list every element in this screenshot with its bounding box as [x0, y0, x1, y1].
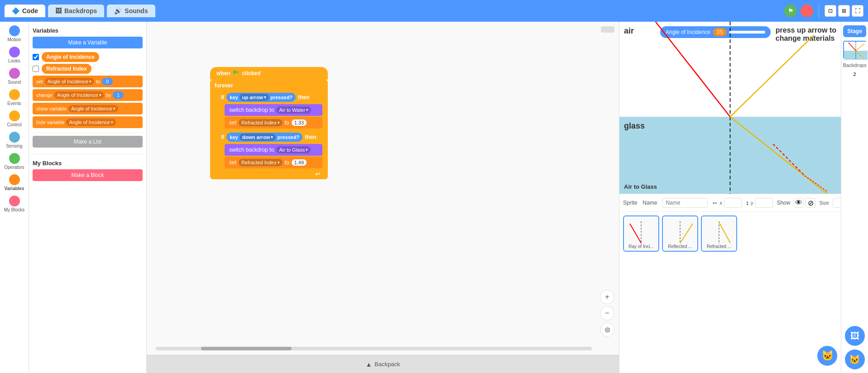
sprite-name-input[interactable] [662, 198, 708, 208]
events-dot [9, 89, 20, 100]
motion-dot [9, 25, 20, 36]
x-coord-group: ↔ x [711, 198, 742, 208]
set-val[interactable]: 0 [102, 78, 113, 85]
tab-code[interactable]: 🔷 Code [5, 5, 45, 17]
sidebar-item-looks[interactable]: Looks [1, 45, 28, 65]
hide-var-label: hide variable [36, 120, 64, 125]
control-dot [9, 110, 20, 121]
set-dropdown[interactable]: Angle of Incidence ▾ [45, 78, 95, 85]
add-sprite-btn-right[interactable]: 🐱 [845, 349, 865, 369]
when-flag-clicked-block[interactable]: when clicked [210, 67, 328, 80]
divider1 [33, 133, 143, 133]
make-variable-btn[interactable]: Make a Variable [33, 37, 143, 48]
script-area[interactable]: when clicked forever if key [147, 22, 619, 373]
sidebar-item-sensing[interactable]: Sensing [1, 130, 28, 150]
show-var-label: show variable [36, 106, 67, 111]
make-block-btn[interactable]: Make a Block [33, 169, 143, 181]
add-sprite-btn[interactable]: 🐱 [817, 346, 837, 366]
refracted-index-dropdown-133[interactable]: Refracted Index ▾ [239, 119, 283, 126]
up-arrow-dropdown[interactable]: up arrow ▾ [240, 94, 269, 101]
y-coord-label: y [751, 200, 753, 206]
down-arrow-dropdown[interactable]: down arrow ▾ [240, 134, 276, 141]
green-flag-btn[interactable]: ⚑ [784, 5, 797, 17]
stage-tab[interactable]: Stage [843, 25, 866, 37]
top-bar-right: ⚑ ⊡ ⊞ ⛶ [784, 4, 863, 18]
scripts-stack: when clicked forever if key [210, 67, 328, 179]
change-val[interactable]: 1 [113, 91, 124, 99]
change-dropdown[interactable]: Angle of Incidence ▾ [54, 91, 104, 99]
sprite-thumb-refracted[interactable]: Refracted ... [701, 215, 737, 252]
air-to-water-dropdown[interactable]: Air to Water ▾ [276, 106, 311, 114]
if-down-arrow-block[interactable]: if key down arrow ▾ pressed? then [217, 130, 324, 169]
horizontal-scrollbar[interactable] [156, 347, 592, 350]
refracted-index-dropdown-149[interactable]: Refracted Index ▾ [239, 159, 283, 166]
zoom-out-btn[interactable]: − [600, 306, 614, 320]
stage-fullscreen-btn[interactable]: ⛶ [852, 5, 863, 17]
refracted-index-label-133: Refracted Index [241, 120, 277, 125]
pressed-label-up: pressed? [270, 95, 293, 100]
show-hidden-btn[interactable]: ⊘ [806, 198, 815, 208]
diagram-svg-bottom [619, 117, 841, 194]
sidebar-item-control[interactable]: Control [1, 109, 28, 129]
my-blocks-title: My Blocks [33, 160, 143, 167]
sidebar-item-sound[interactable]: Sound [1, 66, 28, 86]
if-up-arrow-block[interactable]: if key up arrow ▾ pressed? then [217, 91, 324, 129]
refracted-checkbox[interactable] [33, 66, 39, 72]
loop-arrow-icon: ↩ [212, 170, 324, 177]
myblocks-label: My Blocks [4, 207, 25, 212]
motion-label: Motion [7, 37, 21, 42]
backdrops-count-val: 2 [853, 72, 856, 77]
x-coord-input[interactable] [724, 198, 742, 208]
water-chevron-icon: ▾ [306, 108, 308, 112]
zoom-in-btn[interactable]: + [600, 290, 614, 304]
sidebar-item-variables[interactable]: Variables [1, 172, 28, 193]
stage-normal-btn[interactable]: ⊞ [838, 5, 850, 17]
sidebar-item-myblocks[interactable]: My Blocks [1, 194, 28, 214]
sprite-label-ray: Ray of Inci... [628, 244, 654, 249]
show-visible-btn[interactable]: 👁 [794, 198, 804, 208]
show-variable-block[interactable]: show variable Angle of Incidence ▾ [33, 103, 143, 115]
switch-backdrop-water-block[interactable]: switch backdrop to Air to Water ▾ [225, 104, 322, 116]
key-sensing-up[interactable]: key up arrow ▾ pressed? [226, 93, 296, 102]
key-sensing-down[interactable]: key down arrow ▾ pressed? [226, 133, 302, 142]
add-backdrop-btn[interactable]: 🖼 [845, 326, 865, 346]
tab-backdrops[interactable]: 🖼 Backdrops [48, 5, 104, 17]
when-label: when [216, 70, 230, 77]
val-149[interactable]: 1.49 [292, 159, 307, 166]
backpack-bar[interactable]: ▲ Backpack [147, 355, 619, 373]
tab-sounds[interactable]: 🔊 Sounds [107, 5, 155, 17]
val-133[interactable]: 1.33 [292, 120, 307, 126]
change-label: change [36, 92, 53, 98]
sprite-thumb-ray[interactable]: Ray of Inci... [623, 215, 659, 252]
hide-dropdown-label: Angle of Incidence [69, 120, 110, 125]
sensing-dot [9, 132, 20, 143]
sidebar-item-events[interactable]: Events [1, 87, 28, 108]
x-coord-label: x [719, 200, 722, 206]
sounds-icon: 🔊 [114, 7, 122, 14]
show-dropdown[interactable]: Angle of Incidence ▾ [68, 105, 118, 112]
hide-variable-block[interactable]: hide variable Angle of Incidence ▾ [33, 116, 143, 128]
forever-block[interactable]: forever if key up arrow ▾ pressed [210, 80, 328, 179]
stage-small-btn[interactable]: ⊡ [825, 5, 836, 17]
to-label-149: to [285, 159, 289, 166]
set-block[interactable]: set Angle of Incidence ▾ to 0 [33, 76, 143, 87]
hide-dropdown[interactable]: Angle of Incidence ▾ [66, 119, 116, 126]
change-by-label: by [106, 92, 111, 98]
sidebar-item-motion[interactable]: Motion [1, 24, 28, 44]
scrollbar-thumb[interactable] [201, 347, 292, 350]
zoom-reset-btn[interactable]: ⊜ [600, 322, 614, 337]
sprite-thumb-reflected[interactable]: Reflected ... [662, 215, 698, 252]
make-list-btn[interactable]: Make a List [33, 136, 143, 148]
operators-dot [9, 153, 20, 164]
sidebar-item-operators[interactable]: Operators [1, 151, 28, 172]
y-coord-input[interactable] [755, 198, 773, 208]
air-to-glass-dropdown[interactable]: Air to Glass ▾ [276, 146, 311, 153]
stop-btn[interactable] [801, 5, 813, 17]
switch-backdrop-glass-block[interactable]: switch backdrop to Air to Glass ▾ [225, 144, 322, 156]
angle-checkbox[interactable] [33, 54, 39, 60]
diagram-svg-top [619, 22, 841, 117]
change-block[interactable]: change Angle of Incidence ▾ by 1 [33, 89, 143, 101]
up-chevron-icon: ▾ [264, 95, 266, 100]
set-refracted-133-block[interactable]: set Refracted Index ▾ to 1.33 [225, 117, 322, 129]
set-refracted-149-block[interactable]: set Refracted Index ▾ to 1.49 [225, 157, 322, 168]
